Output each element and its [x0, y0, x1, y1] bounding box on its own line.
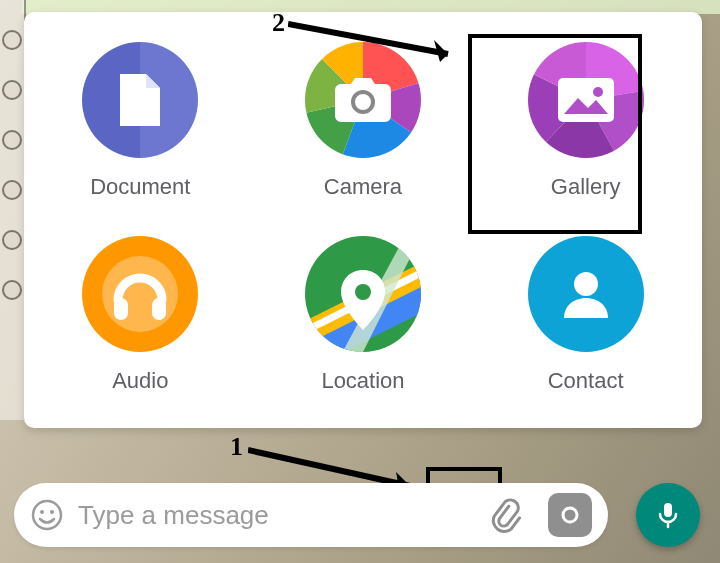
- document-icon: [82, 42, 198, 158]
- svg-line-16: [288, 24, 448, 54]
- microphone-icon: [653, 500, 683, 530]
- attachment-audio[interactable]: Audio: [82, 236, 198, 394]
- attachment-location[interactable]: Location: [305, 236, 421, 394]
- message-input[interactable]: Type a message: [78, 500, 470, 531]
- attachment-contact[interactable]: Contact: [528, 236, 644, 394]
- annotation-arrow-2: [288, 18, 474, 68]
- camera-button[interactable]: [548, 493, 592, 537]
- voice-message-button[interactable]: [636, 483, 700, 547]
- svg-point-9: [102, 256, 178, 332]
- svg-line-18: [248, 450, 410, 486]
- attachment-label: Audio: [112, 368, 168, 394]
- svg-rect-24: [664, 503, 672, 517]
- audio-icon: [82, 236, 198, 352]
- attachment-label: Location: [321, 368, 404, 394]
- svg-point-15: [574, 272, 598, 296]
- svg-rect-10: [114, 298, 128, 320]
- svg-point-23: [563, 508, 577, 522]
- location-icon: [305, 236, 421, 352]
- message-input-bar: Type a message: [14, 483, 608, 547]
- annotation-highlight-gallery: [468, 34, 642, 234]
- svg-point-22: [50, 510, 54, 514]
- svg-rect-11: [152, 298, 166, 320]
- svg-point-21: [40, 510, 44, 514]
- attachment-label: Document: [90, 174, 190, 200]
- attachment-label: Camera: [324, 174, 402, 200]
- annotation-step-2: 2: [272, 8, 285, 38]
- chat-background-strip: [0, 0, 26, 420]
- attachment-label: Contact: [548, 368, 624, 394]
- emoji-icon[interactable]: [30, 498, 64, 532]
- annotation-step-1: 1: [230, 432, 243, 462]
- contact-icon: [528, 236, 644, 352]
- svg-point-20: [33, 501, 61, 529]
- svg-point-14: [355, 284, 371, 300]
- attach-icon[interactable]: [486, 497, 522, 533]
- attachment-document[interactable]: Document: [82, 42, 198, 200]
